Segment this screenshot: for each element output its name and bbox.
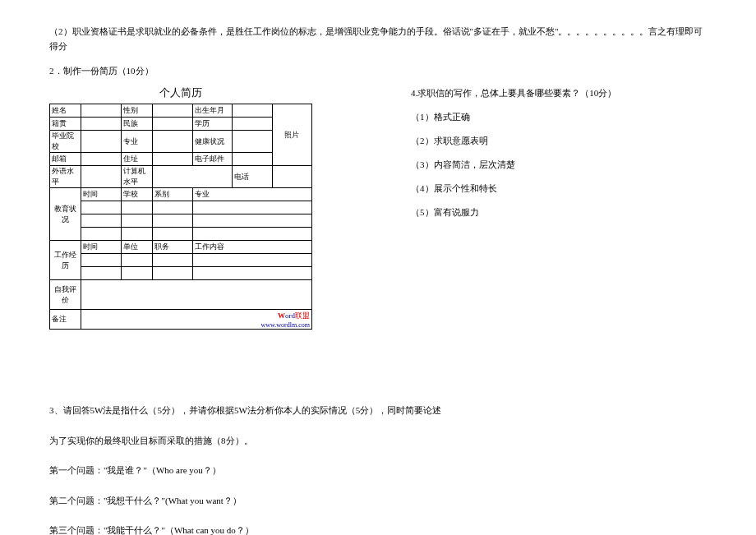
cell: [81, 228, 121, 241]
label-company: 单位: [121, 241, 152, 254]
label-gender: 性别: [121, 104, 152, 118]
word-logo: Word联盟 www.wordlm.com: [83, 311, 310, 329]
q3-q2: 第二个问题："我想干什么？"(What you want？）: [49, 494, 707, 508]
table-row: [50, 214, 312, 228]
label-content: 工作内容: [192, 241, 311, 254]
cell: [153, 153, 192, 166]
label-address: 住址: [121, 153, 152, 166]
cell: [192, 201, 311, 214]
table-row: 外语水平 计算机水平 电话: [50, 166, 312, 188]
label-computer: 计算机水平: [121, 166, 152, 188]
cell: [81, 201, 121, 214]
cell: [192, 228, 311, 241]
cell: [192, 254, 311, 267]
label-self-eval: 自我评价: [50, 280, 81, 310]
cell: [81, 118, 121, 131]
cell: [81, 254, 121, 267]
logo-url: www.wordlm.com: [83, 321, 310, 329]
table-row: 姓名 性别 出生年月 照片: [50, 104, 312, 118]
cell: [153, 267, 192, 280]
cell: [121, 214, 152, 228]
label-native: 籍贯: [50, 118, 81, 131]
cell: [81, 131, 121, 153]
cell: [153, 118, 192, 131]
table-row: 工作经历 时间 单位 职务 工作内容: [50, 241, 312, 254]
table-row: [50, 201, 312, 214]
content-row: 个人简历 姓名 性别 出生年月 照片 籍贯 民族 学历 毕业院校: [49, 85, 707, 330]
q4-title: 4.求职信的写作，总体上要具备哪些要素？（10分）: [411, 87, 641, 99]
label-grad: 毕业院校: [50, 131, 81, 153]
q2-title: 2．制作一份简历（10分）: [49, 65, 707, 77]
q3-line-2: 为了实现你的最终职业目标而采取的措施（8分）。: [49, 434, 707, 448]
q4-item-2: （2）求职意愿表明: [411, 135, 641, 147]
cell: [233, 118, 272, 131]
resume-table: 姓名 性别 出生年月 照片 籍贯 民族 学历 毕业院校 专业: [49, 104, 312, 330]
cell: [81, 267, 121, 280]
q4-item-3: （3）内容简洁，层次清楚: [411, 159, 641, 171]
label-photo: 照片: [272, 104, 311, 166]
cell: [121, 228, 152, 241]
cell: [233, 104, 272, 118]
cell: [121, 201, 152, 214]
cell: [81, 214, 121, 228]
cell: [153, 254, 192, 267]
cell: Word联盟 www.wordlm.com: [81, 310, 312, 330]
label-position: 职务: [153, 241, 192, 254]
resume-title: 个人简历: [49, 85, 312, 100]
cell: [233, 131, 272, 153]
cell: [153, 214, 192, 228]
intro-paragraph-2: （2）职业资格证书是求职就业的必备条件，是胜任工作岗位的标志，是增强职业竞争能力…: [49, 25, 707, 53]
label-dept: 系别: [153, 188, 192, 201]
q3-q1: 第一个问题："我是谁？"（Who are you？）: [49, 464, 707, 477]
cell: [81, 166, 121, 188]
label-ethnic: 民族: [121, 118, 152, 131]
q4-item-1: （1）格式正确: [411, 111, 641, 123]
label-name: 姓名: [50, 104, 81, 118]
cell: [153, 131, 192, 153]
q3-q3: 第三个问题："我能干什么？"（What can you do？）: [49, 523, 707, 535]
cell: [81, 104, 121, 118]
label-health: 健康状况: [192, 131, 232, 153]
intro-text-2: （2）职业资格证书是求职就业的必备条件，是胜任工作岗位的标志，是增强职业竞争能力…: [49, 26, 703, 51]
label-edu-exp: 教育状况: [50, 188, 81, 241]
label-education: 学历: [192, 118, 232, 131]
label-email2: 电子邮件: [192, 153, 232, 166]
table-row: [50, 254, 312, 267]
cell: [153, 104, 192, 118]
logo-w: W: [278, 311, 285, 320]
cell: [233, 153, 272, 166]
cell: [81, 153, 121, 166]
label-time2: 时间: [81, 241, 121, 254]
q3-line-1: 3、请回答5W法是指什么（5分），并请你根据5W法分析你本人的实际情况（5分），…: [49, 404, 707, 417]
label-major2: 专业: [192, 188, 311, 201]
cell: [153, 201, 192, 214]
label-lang: 外语水平: [50, 166, 81, 188]
table-row: 自我评价: [50, 280, 312, 310]
cell: [153, 228, 192, 241]
label-dob: 出生年月: [192, 104, 232, 118]
label-phone: 电话: [233, 166, 272, 188]
cell: [153, 166, 233, 188]
logo-ord: ord: [285, 311, 295, 320]
cell: [81, 280, 312, 310]
q3-section: 3、请回答5W法是指什么（5分），并请你根据5W法分析你本人的实际情况（5分），…: [49, 404, 707, 535]
q4-item-5: （5）富有说服力: [411, 206, 641, 219]
cell: [192, 267, 311, 280]
table-row: 教育状况 时间 学校 系别 专业: [50, 188, 312, 201]
label-work-exp: 工作经历: [50, 241, 81, 280]
label-major: 专业: [121, 131, 152, 153]
q4-column: 4.求职信的写作，总体上要具备哪些要素？（10分） （1）格式正确 （2）求职意…: [411, 85, 641, 330]
table-row: 备注 Word联盟 www.wordlm.com: [50, 310, 312, 330]
cell: [272, 166, 311, 188]
resume-column: 个人简历 姓名 性别 出生年月 照片 籍贯 民族 学历 毕业院校: [49, 85, 312, 330]
label-time: 时间: [81, 188, 121, 201]
cell: [121, 267, 152, 280]
table-row: [50, 228, 312, 241]
label-school: 学校: [121, 188, 152, 201]
label-remark: 备注: [50, 310, 81, 330]
q4-item-4: （4）展示个性和特长: [411, 182, 641, 195]
table-row: [50, 267, 312, 280]
cell: [192, 214, 311, 228]
cell: [121, 254, 152, 267]
label-email: 邮箱: [50, 153, 81, 166]
